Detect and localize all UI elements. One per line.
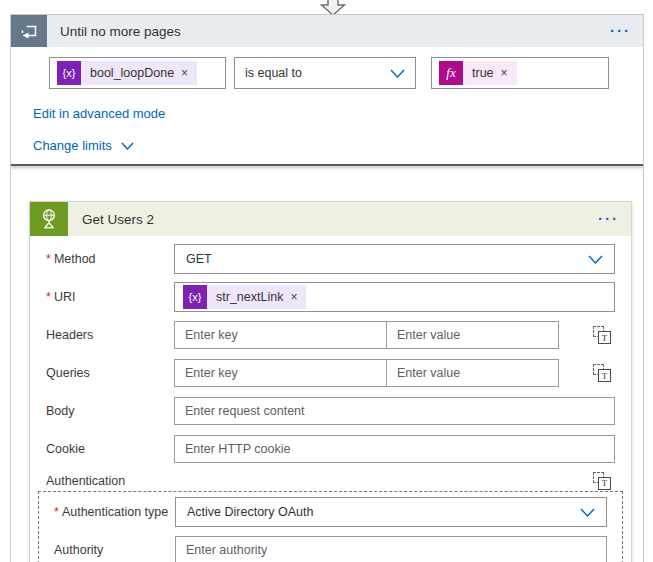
- cookie-row: Cookie: [30, 435, 631, 463]
- condition-left-operand-field[interactable]: {x} bool_loopDone ×: [49, 57, 226, 89]
- queries-text-mode-icon[interactable]: T: [593, 364, 611, 382]
- fx-icon: fx: [439, 61, 463, 85]
- http-action-header[interactable]: Get Users 2 ···: [30, 202, 631, 236]
- method-dropdown[interactable]: GET: [174, 244, 615, 274]
- uri-input[interactable]: {x} str_nextLink ×: [174, 282, 615, 312]
- cookie-input[interactable]: [174, 435, 615, 463]
- chevron-down-icon: [121, 142, 134, 150]
- variable-token[interactable]: {x} str_nextLink ×: [183, 285, 306, 309]
- http-action-menu-button[interactable]: ···: [598, 214, 619, 224]
- queries-key-input[interactable]: [174, 359, 387, 387]
- authentication-label-row: Authentication T: [30, 472, 631, 489]
- variable-token-label: bool_loopDone: [90, 66, 174, 80]
- until-header[interactable]: Until no more pages ···: [11, 15, 643, 47]
- authentication-section: *Authentication type Active Directory OA…: [38, 491, 623, 562]
- queries-label: Queries: [46, 366, 174, 380]
- authority-row: Authority: [47, 536, 614, 562]
- required-asterisk: *: [54, 505, 59, 519]
- condition-operator-dropdown[interactable]: is equal to: [234, 57, 416, 89]
- cookie-label: Cookie: [46, 442, 174, 456]
- change-limits-link[interactable]: Change limits: [33, 138, 134, 153]
- headers-value-input[interactable]: [386, 321, 559, 349]
- authentication-label: Authentication: [46, 474, 174, 488]
- authentication-type-value: Active Directory OAuth: [187, 505, 313, 519]
- queries-row: Queries T: [30, 359, 631, 387]
- method-value: GET: [186, 252, 212, 266]
- authority-label: Authority: [54, 543, 175, 557]
- body-label: Body: [46, 404, 174, 418]
- until-title: Until no more pages: [60, 24, 181, 39]
- authentication-type-dropdown[interactable]: Active Directory OAuth: [175, 497, 607, 527]
- uri-token-label: str_nextLink: [216, 290, 283, 304]
- expression-token-label: true: [472, 66, 494, 80]
- uri-row: *URI {x} str_nextLink ×: [30, 282, 631, 312]
- authority-input[interactable]: [175, 536, 607, 562]
- method-row: *Method GET: [30, 244, 631, 274]
- operator-value: is equal to: [245, 66, 302, 80]
- until-card-bottom-edge: [11, 164, 643, 166]
- variable-icon: {x}: [57, 61, 81, 85]
- chevron-down-icon: [390, 69, 405, 78]
- variable-token[interactable]: {x} bool_loopDone ×: [57, 61, 197, 85]
- until-menu-button[interactable]: ···: [610, 26, 631, 36]
- http-action-card: Get Users 2 ··· *Method GET *URI {x} str…: [29, 201, 632, 562]
- expression-token[interactable]: fx true ×: [439, 61, 517, 85]
- required-asterisk: *: [46, 290, 51, 304]
- until-loop-icon: [11, 15, 47, 47]
- queries-value-input[interactable]: [386, 359, 559, 387]
- chevron-down-icon: [580, 508, 595, 517]
- method-label: Method: [54, 252, 96, 266]
- headers-row: Headers T: [30, 321, 631, 349]
- headers-label: Headers: [46, 328, 174, 342]
- remove-token-icon[interactable]: ×: [501, 66, 508, 80]
- headers-text-mode-icon[interactable]: T: [593, 326, 611, 344]
- http-globe-icon: [30, 202, 68, 236]
- remove-token-icon[interactable]: ×: [181, 66, 188, 80]
- http-action-title: Get Users 2: [82, 212, 154, 227]
- edit-advanced-mode-link[interactable]: Edit in advanced mode: [33, 106, 165, 121]
- chevron-down-icon: [588, 255, 603, 264]
- authentication-type-label: Authentication type: [62, 505, 168, 519]
- body-row: Body: [30, 397, 631, 425]
- authentication-text-mode-icon[interactable]: T: [593, 472, 611, 490]
- remove-token-icon[interactable]: ×: [290, 290, 297, 304]
- required-asterisk: *: [46, 252, 51, 266]
- variable-icon: {x}: [183, 285, 207, 309]
- condition-right-operand-field[interactable]: fx true ×: [431, 57, 609, 89]
- authentication-type-row: *Authentication type Active Directory OA…: [47, 497, 614, 527]
- headers-key-input[interactable]: [174, 321, 387, 349]
- body-input[interactable]: [174, 397, 615, 425]
- uri-label: URI: [54, 290, 76, 304]
- until-condition-row: {x} bool_loopDone × is equal to fx true …: [49, 57, 643, 89]
- until-scope-card: Until no more pages ··· {x} bool_loopDon…: [10, 14, 644, 562]
